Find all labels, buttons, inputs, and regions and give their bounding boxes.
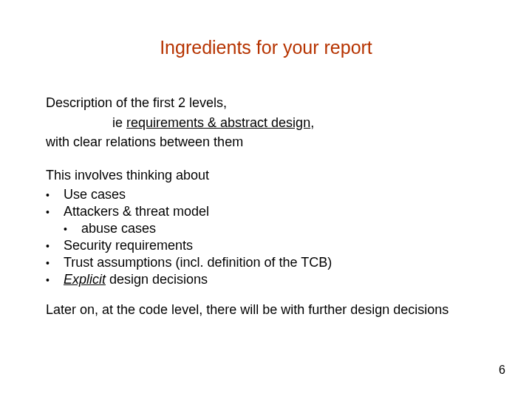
bullet-dot-icon: •	[46, 238, 64, 254]
bullet-item: • Security requirements	[46, 237, 489, 254]
page-number: 6	[499, 364, 505, 377]
involves-heading: This involves thinking about	[46, 167, 489, 184]
bullet-text: Explicit design decisions	[64, 271, 489, 288]
slide: Ingredients for your report Description …	[0, 0, 532, 399]
sub-bullet-item: • abuse cases	[46, 220, 489, 237]
bullet-text: Trust assumptions (incl. definition of t…	[64, 254, 489, 271]
intro-line-2-post: ,	[310, 115, 314, 130]
bullet-item: • Use cases	[46, 186, 489, 203]
bullet-dot-icon: •	[46, 272, 64, 288]
bullet-item: • Explicit design decisions	[46, 271, 489, 288]
intro-line-3: with clear relations between them	[46, 134, 489, 151]
bullet-dot-icon: •	[46, 204, 64, 220]
bullet-item: • Attackers & threat model	[46, 203, 489, 220]
intro-line-2-pre: ie	[112, 115, 126, 130]
intro-line-2: ie requirements & abstract design,	[46, 115, 489, 132]
bullet-text: Attackers & threat model	[64, 203, 489, 220]
sub-bullet-text: abuse cases	[81, 220, 489, 237]
explicit-rest: design decisions	[106, 272, 208, 287]
closing-line: Later on, at the code level, there will …	[46, 301, 489, 318]
explicit-word: Explicit	[64, 272, 106, 287]
bullet-dot-icon: •	[46, 187, 64, 203]
bullet-dot-icon: •	[46, 255, 64, 271]
bullet-dot-icon: •	[64, 221, 81, 237]
intro-line-1: Description of the first 2 levels,	[46, 95, 489, 112]
bullet-text: Security requirements	[64, 237, 489, 254]
bullet-text: Use cases	[64, 186, 489, 203]
slide-body: Description of the first 2 levels, ie re…	[46, 95, 489, 321]
slide-title: Ingredients for your report	[0, 37, 532, 58]
intro-line-2-underlined: requirements & abstract design	[126, 115, 310, 130]
bullet-item: • Trust assumptions (incl. definition of…	[46, 254, 489, 271]
